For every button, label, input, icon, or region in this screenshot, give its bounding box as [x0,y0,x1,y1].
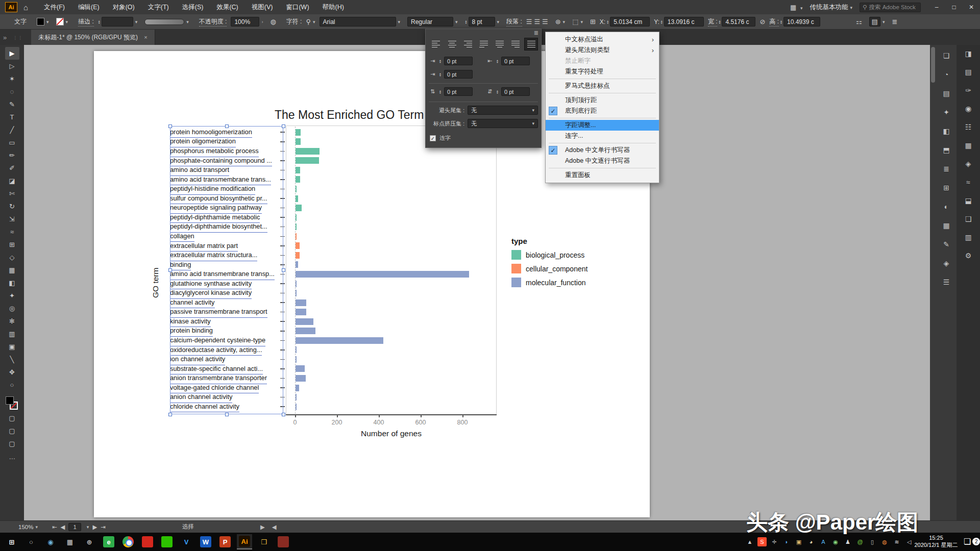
panel-flyout-menu-icon[interactable]: ≣ [534,30,538,36]
y-stepper[interactable]: ▲▼ [660,20,663,24]
artboard-tool[interactable]: ▣ [5,340,19,353]
panel-icon-a13[interactable]: ☰ [940,277,952,288]
taskbar-task-view-icon[interactable]: ▦ [62,534,78,549]
menu-item-视图(V)[interactable]: 视图(V) [245,0,280,14]
flyout-item-连字[interactable]: 连字... [546,131,659,141]
tray-a-icon[interactable]: A [819,537,828,546]
lasso-tool[interactable]: ◌ [5,85,19,98]
draw-inside-mode[interactable]: ▢ [5,437,19,450]
minimize-button[interactable]: – [928,0,945,14]
flyout-item-顶到顶行距[interactable]: 顶到顶行距 [546,95,659,106]
panel-icon-b8[interactable]: ≈ [962,177,974,188]
stock-search-input[interactable]: ⚲ 搜索 Adobe Stock [860,3,921,12]
panel-icon-a10[interactable]: ▦ [940,220,952,231]
blend-tool[interactable]: ◎ [5,302,19,315]
flyout-item-底到底行距[interactable]: 底到底行距✓ [546,106,659,116]
opacity-field[interactable]: 100% [231,17,259,27]
arrange-documents-icon[interactable]: ▦ ▾ [790,4,802,11]
width-stepper[interactable]: ▲▼ [718,20,721,24]
y-field[interactable]: 13.0916 c [664,17,704,27]
eyedropper-tool[interactable]: ✦ [5,289,19,302]
justify-last-right-button[interactable] [508,38,522,51]
tray-at-icon[interactable]: @ [855,537,865,546]
flyout-item-Adobe 中文逐行书写器[interactable]: Adobe 中文逐行书写器 [546,156,659,166]
flyout-item-中文标点溢出[interactable]: 中文标点溢出› [546,34,659,45]
height-field[interactable]: 10.4939 c [783,17,820,27]
panel-icon-b2[interactable]: ▤ [962,66,974,78]
grid-snap-icon[interactable]: ⚏ [856,18,862,26]
tray-blue-icon[interactable]: ◗ [782,537,791,546]
height-stepper[interactable]: ▲▼ [780,20,782,24]
flyout-item-避头尾法则类型[interactable]: 避头尾法则类型› [546,45,659,56]
panel-icon-b7[interactable]: ◈ [962,158,974,169]
right-indent-field[interactable]: 0 pt [501,57,530,65]
fill-stroke-indicator[interactable] [5,395,20,412]
panel-icon-a5[interactable]: ◧ [940,126,952,137]
column-graph-tool[interactable]: ▥ [5,328,19,340]
gradient-tool[interactable]: ◧ [5,277,19,289]
font-size-field[interactable]: 8 pt [469,17,495,27]
next-artboard-icon[interactable]: ▶ [92,523,97,531]
panel-icon-a9[interactable]: ◐ [940,201,952,212]
panel-icon-b4[interactable]: ◉ [962,103,974,114]
scissors-tool[interactable]: ✄ [5,187,19,200]
taskbar-illustrator-icon[interactable]: Ai [237,534,252,549]
tray-egg-icon[interactable]: ◕ [806,537,816,546]
qq-icon[interactable]: ♟ [843,537,852,546]
first-line-indent-field[interactable]: 0 pt [444,70,473,79]
flyout-item-罗马式悬挂标点[interactable]: 罗马式悬挂标点 [546,81,659,91]
selection-tool[interactable]: ▶ [5,47,19,60]
home-icon[interactable]: ⌂ [23,3,28,12]
stroke-weight-field[interactable] [102,17,133,27]
edit-toolbar-icon[interactable]: ⋯ [9,455,15,462]
status-play-icon[interactable]: ▶ [260,523,265,531]
mesh-tool[interactable]: ▦ [5,264,19,277]
tab-close-icon[interactable]: × [144,34,147,40]
envelope-distort-icon[interactable]: ⬚ [572,18,578,26]
slice-tool[interactable]: ╲ [5,353,19,366]
tray-orange-icon[interactable]: ◍ [880,537,889,546]
x-stepper[interactable]: ▲▼ [606,20,609,24]
hand-tool[interactable]: ✥ [5,366,19,379]
font-family-field[interactable]: Arial [320,17,396,27]
first-artboard-icon[interactable]: ⇤ [52,523,57,531]
space-after-stepper[interactable]: ▲▼ [496,90,499,94]
space-after-field[interactable]: 0 pt [501,87,530,96]
kinsoku-select[interactable]: 无▾ [468,106,538,115]
panel-icon-a6[interactable]: ⬒ [940,144,952,156]
justify-last-left-button[interactable] [477,38,491,51]
vertical-scrollbar[interactable] [930,45,936,520]
reference-point-icon[interactable]: ⊞ [590,18,596,26]
menu-item-文字(T)[interactable]: 文字(T) [141,0,176,14]
align-right-icon[interactable]: ☰ [542,18,548,26]
crosshair-icon[interactable]: ✛ [770,537,779,546]
sougou-icon[interactable]: S [757,537,767,546]
magic-wand-tool[interactable]: ✶ [5,72,19,85]
maximize-button[interactable]: □ [945,0,963,14]
font-style-field[interactable]: Regular [407,17,453,27]
constrain-proportions-icon[interactable]: ⊘ [760,18,765,26]
direct-selection-tool[interactable]: ▷ [5,60,19,72]
panel-icon-b3[interactable]: ✑ [962,85,974,96]
tray-green-icon[interactable]: ◉ [831,537,840,546]
last-artboard-icon[interactable]: ⇥ [101,523,106,531]
panel-icon-b1[interactable]: ◨ [962,48,974,59]
panel-icon-a7[interactable]: ≣ [940,163,952,174]
stroke-weight-label[interactable]: 描边 : [78,17,94,27]
align-center-button[interactable] [445,38,459,51]
fill-proxy[interactable] [6,396,14,405]
menu-item-对象(O)[interactable]: 对象(O) [106,0,141,14]
panel-icon-b10[interactable]: ❑ [962,213,974,224]
free-transform-tool[interactable]: ⊞ [5,238,19,251]
panel-options-icon[interactable]: ≣ [892,18,897,26]
space-before-stepper[interactable]: ▲▼ [439,90,442,94]
wifi-icon[interactable]: ≋ [892,537,901,546]
flyout-item-字距调整[interactable]: 字距调整... [546,120,659,131]
panel-icon-b6[interactable]: ▦ [962,140,974,151]
app-logo[interactable]: Ai [5,2,17,12]
workspace-switcher[interactable]: 传统基本功能▾ [810,3,852,12]
panel-icon-b5[interactable]: ☷ [962,121,974,133]
line-segment-tool[interactable]: ╱ [5,123,19,136]
panel-icon-a2[interactable]: ◔ [940,69,952,80]
prev-artboard-icon[interactable]: ◀ [61,523,65,531]
